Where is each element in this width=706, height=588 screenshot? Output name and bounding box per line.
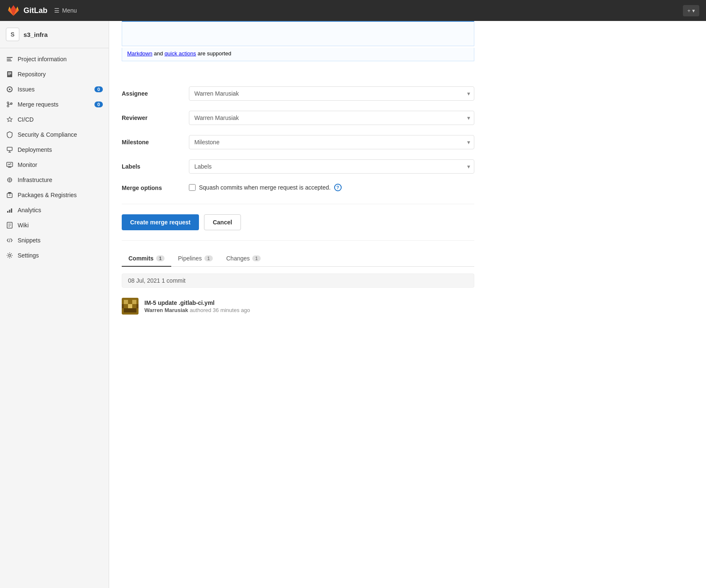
top-navigation: GitLab ☰ Menu + ▾ bbox=[0, 0, 706, 21]
plus-icon: + bbox=[687, 8, 690, 14]
svg-rect-25 bbox=[124, 308, 136, 312]
tab-changes[interactable]: Changes 1 bbox=[220, 251, 267, 267]
sidebar-item-analytics[interactable]: Analytics bbox=[0, 203, 109, 218]
create-merge-request-button[interactable]: Create merge request bbox=[122, 214, 199, 230]
cicd-icon bbox=[6, 116, 13, 123]
svg-point-10 bbox=[7, 102, 9, 104]
tab-changes-count: 1 bbox=[252, 255, 261, 261]
sidebar-label-cicd: CI/CD bbox=[18, 116, 103, 123]
main-content: Markdown and quick actions are supported… bbox=[109, 21, 706, 588]
sidebar-label-settings: Settings bbox=[18, 252, 103, 259]
labels-control: Labels ▾ bbox=[189, 159, 474, 174]
commit-time: authored 36 minutes ago bbox=[188, 307, 250, 313]
sidebar-item-deployments[interactable]: Deployments bbox=[0, 142, 109, 157]
svg-rect-24 bbox=[132, 300, 136, 304]
milestone-row: Milestone Milestone ▾ bbox=[122, 135, 474, 149]
commit-meta: Warren Marusiak authored 36 minutes ago bbox=[144, 307, 250, 313]
project-header[interactable]: S s3_infra bbox=[0, 21, 109, 48]
sidebar-item-infrastructure[interactable]: Infrastructure bbox=[0, 172, 109, 187]
project-avatar: S bbox=[6, 28, 19, 41]
milestone-select-wrapper: Milestone ▾ bbox=[189, 135, 474, 149]
labels-row: Labels Labels ▾ bbox=[122, 159, 474, 174]
menu-button[interactable]: ☰ Menu bbox=[54, 7, 77, 14]
tabs-section: Commits 1 Pipelines 1 Changes 1 08 Jul, … bbox=[122, 241, 474, 320]
sidebar-item-cicd[interactable]: CI/CD bbox=[0, 112, 109, 127]
sidebar-item-merge-requests[interactable]: Merge requests 0 bbox=[0, 97, 109, 112]
markdown-hint: Markdown and quick actions are supported bbox=[122, 48, 474, 61]
tab-pipelines-count: 1 bbox=[204, 255, 213, 261]
assignee-select-wrapper: Warren Marusiak ▾ bbox=[189, 86, 474, 101]
help-icon[interactable]: ? bbox=[334, 184, 342, 191]
sidebar-item-security-compliance[interactable]: Security & Compliance bbox=[0, 127, 109, 142]
commits-section: 08 Jul, 2021 1 commit bbox=[122, 267, 474, 320]
svg-point-11 bbox=[7, 105, 9, 107]
reviewer-row: Reviewer Warren Marusiak ▾ bbox=[122, 111, 474, 125]
analytics-icon bbox=[6, 206, 13, 214]
quick-actions-link[interactable]: quick actions bbox=[165, 50, 196, 57]
svg-rect-7 bbox=[7, 60, 12, 61]
squash-checkbox[interactable] bbox=[189, 184, 196, 191]
svg-rect-5 bbox=[7, 57, 13, 58]
sidebar-label-infrastructure: Infrastructure bbox=[18, 177, 103, 183]
svg-rect-13 bbox=[7, 147, 12, 151]
sidebar-label-packages-registries: Packages & Registries bbox=[18, 192, 103, 198]
commit-author: Warren Marusiak bbox=[144, 307, 188, 313]
svg-marker-0 bbox=[11, 5, 16, 16]
labels-select[interactable]: Labels bbox=[189, 159, 474, 174]
editor-area[interactable] bbox=[122, 21, 474, 46]
merge-options-content: Squash commits when merge request is acc… bbox=[189, 184, 342, 191]
merge-requests-badge: 0 bbox=[94, 101, 103, 107]
repository-icon bbox=[6, 70, 13, 78]
assignee-select[interactable]: Warren Marusiak bbox=[189, 86, 474, 101]
commits-date-header: 08 Jul, 2021 1 commit bbox=[122, 273, 474, 288]
tab-commits-label: Commits bbox=[128, 255, 154, 262]
wiki-icon bbox=[6, 221, 13, 229]
cancel-button[interactable]: Cancel bbox=[204, 214, 241, 230]
sidebar-item-monitor[interactable]: Monitor bbox=[0, 157, 109, 172]
avatar-image bbox=[122, 298, 139, 315]
sidebar-label-issues: Issues bbox=[18, 86, 90, 93]
brand-name: GitLab bbox=[24, 6, 47, 15]
markdown-link[interactable]: Markdown bbox=[127, 50, 152, 57]
topnav-right: + ▾ bbox=[683, 5, 699, 16]
assignee-control: Warren Marusiak ▾ bbox=[189, 86, 474, 101]
form-section: Assignee Warren Marusiak ▾ Reviewer bbox=[122, 74, 474, 204]
menu-label: Menu bbox=[62, 7, 77, 14]
new-item-button[interactable]: + ▾ bbox=[683, 5, 699, 16]
svg-rect-27 bbox=[122, 304, 124, 308]
sidebar-item-wiki[interactable]: Wiki bbox=[0, 218, 109, 233]
settings-icon bbox=[6, 252, 13, 259]
main-layout: S s3_infra Project information Repositor… bbox=[0, 21, 706, 588]
gitlab-logo[interactable]: GitLab bbox=[7, 4, 47, 17]
issues-badge: 0 bbox=[94, 86, 103, 92]
shield-icon bbox=[6, 131, 13, 138]
milestone-select[interactable]: Milestone bbox=[189, 135, 474, 149]
labels-select-wrapper: Labels ▾ bbox=[189, 159, 474, 174]
reviewer-select[interactable]: Warren Marusiak bbox=[189, 111, 474, 125]
actions-section: Create merge request Cancel bbox=[122, 204, 474, 241]
sidebar-label-analytics: Analytics bbox=[18, 207, 103, 213]
sidebar-item-project-information[interactable]: Project information bbox=[0, 52, 109, 67]
tab-pipelines-label: Pipelines bbox=[178, 255, 202, 262]
commit-info: IM-5 update .gitlab-ci.yml Warren Marusi… bbox=[144, 299, 250, 313]
tab-pipelines[interactable]: Pipelines 1 bbox=[171, 251, 220, 267]
svg-rect-6 bbox=[7, 59, 11, 60]
infrastructure-icon bbox=[6, 176, 13, 184]
sidebar-item-packages-registries[interactable]: Packages & Registries bbox=[0, 187, 109, 203]
packages-icon bbox=[6, 191, 13, 199]
snippets-icon bbox=[6, 237, 13, 244]
info-icon bbox=[6, 55, 13, 63]
sidebar-item-repository[interactable]: Repository bbox=[0, 67, 109, 82]
commit-avatar bbox=[122, 298, 139, 315]
sidebar-label-deployments: Deployments bbox=[18, 146, 103, 153]
sidebar-label-snippets: Snippets bbox=[18, 237, 103, 244]
sidebar-item-settings[interactable]: Settings bbox=[0, 248, 109, 263]
sidebar-navigation: Project information Repository Issues 0 bbox=[0, 48, 109, 266]
sidebar-item-issues[interactable]: Issues 0 bbox=[0, 82, 109, 97]
sidebar-label-project-information: Project information bbox=[18, 56, 103, 62]
tab-commits[interactable]: Commits 1 bbox=[122, 251, 171, 267]
sidebar-item-snippets[interactable]: Snippets bbox=[0, 233, 109, 248]
dropdown-chevron-icon: ▾ bbox=[692, 8, 695, 14]
svg-rect-17 bbox=[7, 211, 8, 213]
svg-rect-18 bbox=[9, 210, 10, 213]
